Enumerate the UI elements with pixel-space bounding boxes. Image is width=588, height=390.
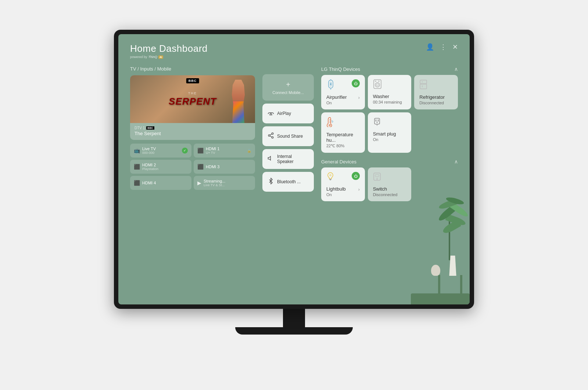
sound-share-card[interactable]: Sound Share	[262, 126, 314, 146]
airpurifier-icon	[326, 79, 335, 91]
internal-speaker-card[interactable]: Internal Speaker	[262, 149, 314, 169]
hdmi4-label: HDMI 4	[142, 181, 156, 185]
sound-share-label: Sound Share	[277, 134, 303, 139]
hdmi2-sub: Playstation	[142, 167, 158, 171]
right-section: LG ThinQ Devices ∧	[321, 66, 458, 296]
general-devices-section: General Devices ∧	[321, 159, 458, 201]
header: Home Dashboard powered by ThinQ AI 👤 ⋮ ✕	[130, 43, 458, 59]
lg-thinq-title: LG ThinQ Devices	[321, 66, 360, 72]
airpurifier-card[interactable]: Airpurifier › On	[321, 75, 365, 109]
user-icon[interactable]: 👤	[426, 43, 434, 51]
temperature-status: 22℃ 80%	[326, 144, 360, 148]
switch-name: Switch	[373, 186, 406, 192]
tv-stand-neck	[283, 309, 305, 327]
close-icon[interactable]: ✕	[452, 43, 458, 51]
bluetooth-icon	[268, 178, 274, 186]
tv-info: DTV 1 BBC The Serpent	[130, 123, 255, 140]
svg-rect-29	[329, 179, 331, 180]
live-badge	[182, 148, 188, 154]
refrigerator-icon	[419, 79, 427, 91]
more-icon[interactable]: ⋮	[440, 43, 447, 51]
bbc-small: BBC	[146, 126, 154, 130]
powered-by: powered by ThinQ AI	[130, 55, 208, 59]
general-devices-header: General Devices ∧	[321, 159, 458, 165]
general-devices-title: General Devices	[321, 159, 356, 165]
sound-share-icon	[268, 132, 274, 140]
tv-section-title: TV / Inputs / Mobile	[130, 66, 255, 72]
hdmi1-sub: U+ TV	[206, 151, 219, 155]
refrigerator-card[interactable]: Refrigerator Disconnected	[414, 75, 458, 109]
lg-thinq-collapse-btn[interactable]: ∧	[454, 66, 458, 72]
hdmi1-label: HDMI 1	[206, 147, 219, 151]
tv-stand-base	[235, 327, 353, 335]
washer-card[interactable]: Washer 00:34 remaining	[368, 75, 412, 109]
input-live-tv[interactable]: 📺 Live TV 000-000	[130, 144, 191, 158]
input-hdmi4[interactable]: ⬛ HDMI 4	[130, 176, 191, 190]
input-streaming[interactable]: ▶ Streaming... Live TV & St...	[194, 176, 255, 190]
input-hdmi2[interactable]: ⬛ HDMI 2 Playstation	[130, 160, 191, 174]
svg-rect-17	[420, 84, 427, 89]
channel-info: DTV 1 BBC	[135, 126, 251, 130]
hdmi3-label: HDMI 3	[206, 165, 219, 169]
airpurifier-chevron: ›	[358, 95, 360, 100]
airplay-card[interactable]: AirPlay	[262, 104, 314, 123]
washer-icon	[373, 79, 382, 91]
temperature-icon	[326, 117, 334, 129]
tv-preview-card[interactable]: BBC THE SERPENT	[130, 75, 255, 140]
temperature-card[interactable]: Temperature hu... 22℃ 80%	[321, 112, 365, 153]
tv-set: Home Dashboard powered by ThinQ AI 👤 ⋮ ✕	[110, 30, 478, 360]
page-title: Home Dashboard	[130, 43, 208, 54]
smart-plug-status: On	[373, 137, 406, 142]
show-name: The Serpent	[135, 131, 251, 136]
thinq-label: ThinQ	[148, 55, 158, 59]
svg-rect-14	[375, 81, 376, 82]
svg-rect-30	[330, 180, 331, 180]
bluetooth-card[interactable]: Bluetooth ...	[262, 172, 314, 192]
airplay-icon	[268, 109, 274, 118]
general-devices-grid: Lightbulb › On	[321, 167, 458, 201]
svg-rect-24	[374, 118, 380, 124]
input-hdmi3[interactable]: ⬛ HDMI 3	[194, 160, 255, 174]
svg-point-0	[272, 133, 273, 135]
svg-rect-33	[375, 174, 379, 177]
svg-point-13	[376, 84, 379, 86]
middle-section: + Connect Mobile... AirPlay	[262, 74, 314, 296]
svg-point-28	[376, 122, 377, 123]
lg-thinq-section: LG ThinQ Devices ∧	[321, 66, 458, 156]
lock-icon: 🔒	[247, 149, 251, 153]
hdmi2-icon: ⬛	[134, 164, 140, 170]
svg-point-2	[272, 137, 273, 138]
header-left: Home Dashboard powered by ThinQ AI	[130, 43, 208, 59]
svg-point-20	[329, 124, 331, 126]
streaming-sub: Live TV & St...	[204, 183, 225, 187]
lightbulb-card[interactable]: Lightbulb › On	[321, 167, 365, 201]
smart-plug-icon	[373, 117, 381, 128]
smart-plug-name: Smart plug	[373, 131, 406, 137]
svg-point-12	[375, 83, 380, 87]
streaming-icon: ▶	[197, 180, 201, 186]
svg-rect-16	[420, 80, 427, 84]
smart-plug-card[interactable]: Smart plug On	[368, 112, 412, 153]
bbc-logo: BBC	[186, 78, 199, 83]
washer-status: 00:34 remaining	[373, 100, 406, 104]
lightbulb-power-btn[interactable]	[352, 172, 360, 180]
svg-point-31	[329, 174, 331, 176]
general-devices-collapse-btn[interactable]: ∧	[454, 159, 458, 165]
airpurifier-power-btn[interactable]	[352, 79, 360, 87]
connect-mobile-card[interactable]: + Connect Mobile...	[262, 74, 314, 101]
airpurifier-status: On	[326, 101, 360, 105]
hdmi4-icon: ⬛	[134, 180, 140, 186]
main-layout: TV / Inputs / Mobile BBC THE SERPENT	[130, 66, 458, 296]
svg-point-35	[376, 179, 377, 180]
lightbulb-chevron: ›	[358, 187, 360, 192]
tv-inputs-section: TV / Inputs / Mobile BBC THE SERPENT	[130, 66, 255, 296]
switch-card[interactable]: Switch Disconnected	[368, 167, 412, 201]
svg-line-4	[270, 134, 272, 135]
live-tv-label: Live TV	[142, 147, 156, 151]
refrigerator-status: Disconnected	[419, 101, 453, 105]
tv-screen: Home Dashboard powered by ThinQ AI 👤 ⋮ ✕	[118, 34, 470, 304]
input-grid: 📺 Live TV 000-000 ⬛	[130, 144, 255, 190]
input-hdmi1[interactable]: ⬛ HDMI 1 U+ TV 🔒	[194, 144, 255, 158]
lightbulb-status: On	[326, 192, 360, 197]
svg-marker-5	[268, 156, 271, 160]
